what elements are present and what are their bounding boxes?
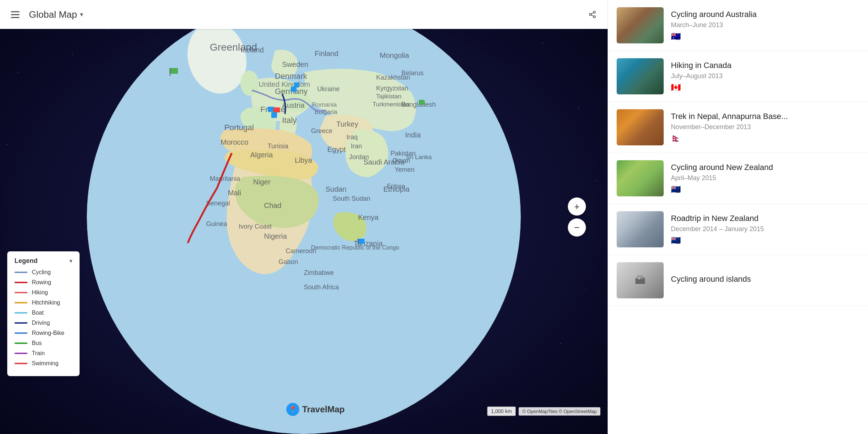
share-button[interactable] xyxy=(584,7,600,22)
trip-flag: 🇳🇵 xyxy=(671,134,859,143)
menu-button[interactable] xyxy=(7,7,23,22)
svg-text:Libya: Libya xyxy=(295,156,312,164)
trip-list-item[interactable]: Cycling around Australia March–June 2013… xyxy=(608,0,868,51)
trip-dates: December 2014 – January 2015 xyxy=(671,225,859,233)
trip-list-item[interactable]: Roadtrip in New Zealand December 2014 – … xyxy=(608,204,868,255)
travelmap-logo: 📍 TravelMap xyxy=(286,403,345,416)
svg-text:Portugal: Portugal xyxy=(224,123,254,132)
legend-item-label: Train xyxy=(32,350,45,357)
svg-text:Bulgaria: Bulgaria xyxy=(315,109,337,115)
svg-text:Mali: Mali xyxy=(228,189,241,197)
trip-info: Trek in Nepal, Annapurna Base... Novembe… xyxy=(671,112,859,143)
trip-list-item[interactable]: Hiking in Canada July–August 2013 🇨🇦 xyxy=(608,51,868,102)
trip-info: Roadtrip in New Zealand December 2014 – … xyxy=(671,214,859,245)
zoom-in-button[interactable]: + xyxy=(568,197,586,216)
legend-color-swatch xyxy=(14,282,27,283)
trip-info: Cycling around New Zealand April–May 201… xyxy=(671,163,859,194)
legend-item: Rowing xyxy=(14,279,72,286)
dropdown-arrow-icon: ▾ xyxy=(80,10,83,18)
svg-text:India: India xyxy=(405,131,421,139)
svg-text:Mongolia: Mongolia xyxy=(380,51,409,59)
zoom-controls: + − xyxy=(568,197,586,237)
trip-flag: 🇳🇿 xyxy=(671,185,859,194)
legend-item-label: Boat xyxy=(32,310,44,316)
trip-list-item[interactable]: Trek in Nepal, Annapurna Base... Novembe… xyxy=(608,102,868,153)
svg-text:Yemen: Yemen xyxy=(395,166,414,173)
svg-point-0 xyxy=(593,11,596,13)
legend-color-swatch xyxy=(14,363,27,364)
travelmap-icon: 📍 xyxy=(286,403,299,416)
svg-text:Sweden: Sweden xyxy=(282,60,308,68)
mountain-icon: 🏔 xyxy=(635,274,646,286)
svg-text:Gabon: Gabon xyxy=(278,258,298,265)
svg-text:Kenya: Kenya xyxy=(358,213,379,221)
svg-point-1 xyxy=(590,13,592,16)
svg-rect-71 xyxy=(291,87,297,92)
trip-dates: July–August 2013 xyxy=(671,72,859,80)
trip-list-item[interactable]: Cycling around New Zealand April–May 201… xyxy=(608,153,868,204)
trip-dates: April–May 2015 xyxy=(671,174,859,182)
svg-text:Ivory Coast: Ivory Coast xyxy=(239,223,272,230)
legend-item: Hiking xyxy=(14,289,72,296)
svg-rect-70 xyxy=(271,112,277,118)
trip-thumbnail xyxy=(617,58,664,94)
legend-item-label: Bus xyxy=(32,340,42,346)
svg-text:Ethiopia: Ethiopia xyxy=(383,185,410,193)
trip-dates: March–June 2013 xyxy=(671,21,859,29)
legend-chevron-icon: ▾ xyxy=(69,258,72,264)
legend-item-label: Swimming xyxy=(32,360,59,367)
sidebar: Cycling around Australia March–June 2013… xyxy=(608,0,868,434)
travelmap-text: TravelMap xyxy=(302,404,345,414)
svg-text:Italy: Italy xyxy=(282,116,297,125)
scale-bar: 1,000 km xyxy=(487,407,516,416)
svg-rect-68 xyxy=(268,107,274,112)
svg-text:Kyrgyzstan: Kyrgyzstan xyxy=(376,85,408,92)
svg-text:Iraq: Iraq xyxy=(346,133,358,141)
legend-header[interactable]: Legend ▾ xyxy=(14,257,72,265)
svg-text:Zimbabwe: Zimbabwe xyxy=(304,269,334,276)
svg-text:Finland: Finland xyxy=(315,50,339,58)
trip-title: Cycling around Australia xyxy=(671,10,859,19)
legend-item: Boat xyxy=(14,310,72,316)
legend-item-label: Hiking xyxy=(32,289,48,296)
globe[interactable]: Greenland Russia Mongolia Kazakhstan Ban… xyxy=(87,0,521,434)
map-title-label: Global Map xyxy=(29,9,77,20)
legend-item-label: Rowing xyxy=(32,279,51,286)
trip-title: Trek in Nepal, Annapurna Base... xyxy=(671,112,859,121)
svg-text:Tajikistan: Tajikistan xyxy=(376,93,401,100)
legend-color-swatch xyxy=(14,312,27,314)
trip-list-item[interactable]: 🏔 Cycling around islands xyxy=(608,255,868,306)
zoom-out-button[interactable]: − xyxy=(568,218,586,237)
svg-text:Morocco: Morocco xyxy=(221,138,248,146)
map-attribution: 1,000 km © OpenMapTiles © OpenStreetMap xyxy=(487,407,600,416)
trip-thumbnail xyxy=(617,109,664,145)
trip-title: Cycling around New Zealand xyxy=(671,163,859,172)
trip-info: Hiking in Canada July–August 2013 🇨🇦 xyxy=(671,61,859,92)
svg-rect-74 xyxy=(358,239,365,244)
trip-thumbnail xyxy=(617,160,664,196)
svg-text:Chad: Chad xyxy=(264,201,281,209)
trip-title: Cycling around islands xyxy=(671,275,859,284)
svg-text:Algeria: Algeria xyxy=(250,151,273,159)
svg-text:South Africa: South Africa xyxy=(304,284,339,291)
svg-text:Greece: Greece xyxy=(311,127,332,135)
svg-text:Oman: Oman xyxy=(392,157,410,164)
map-title-dropdown[interactable]: Global Map ▾ xyxy=(29,9,83,20)
trip-info: Cycling around Australia March–June 2013… xyxy=(671,10,859,41)
trip-dates: November–December 2013 xyxy=(671,123,859,131)
svg-text:Iran: Iran xyxy=(351,142,362,150)
legend-item: Cycling xyxy=(14,269,72,276)
legend-color-swatch xyxy=(14,332,27,334)
svg-text:Denmark: Denmark xyxy=(275,72,307,81)
svg-text:Egypt: Egypt xyxy=(327,145,346,153)
svg-text:Tunisia: Tunisia xyxy=(268,142,289,150)
svg-text:Turkmenistan: Turkmenistan xyxy=(373,101,409,108)
legend-item-label: Rowing-Bike xyxy=(32,330,64,336)
legend-item-label: Cycling xyxy=(32,269,51,276)
trip-thumbnail xyxy=(617,211,664,247)
svg-text:Democratic Republic of the Con: Democratic Republic of the Congo xyxy=(311,244,399,251)
svg-rect-66 xyxy=(170,68,178,74)
svg-line-3 xyxy=(591,15,593,16)
legend-box: Legend ▾ Cycling Rowing Hiking Hitchhiki… xyxy=(7,251,80,376)
legend-title: Legend xyxy=(14,257,38,265)
